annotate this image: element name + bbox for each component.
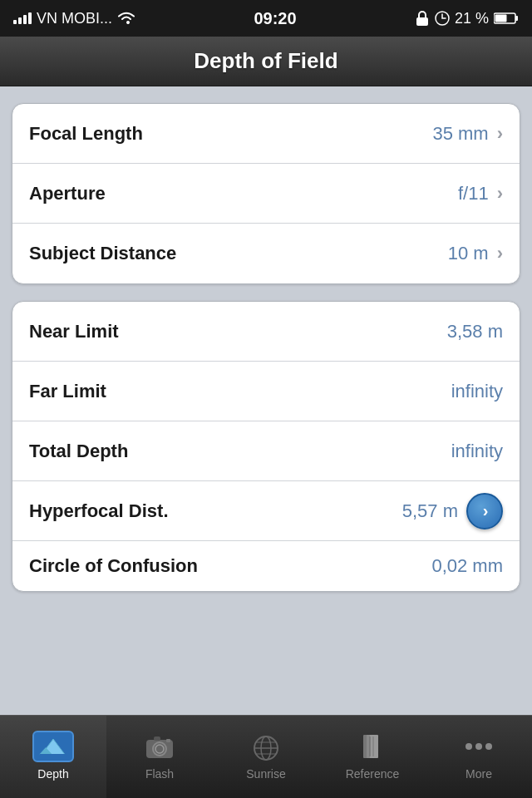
far-limit-label: Far Limit: [29, 381, 106, 402]
svg-rect-12: [166, 739, 170, 742]
total-depth-row: Total Depth infinity: [12, 421, 520, 481]
svg-rect-20: [370, 735, 378, 758]
total-depth-label: Total Depth: [29, 441, 128, 462]
tab-depth-label: Depth: [37, 767, 68, 781]
tab-sunrise[interactable]: Sunrise: [213, 716, 319, 798]
tab-bar: Depth Flash Sunr: [0, 715, 532, 798]
svg-point-23: [466, 743, 472, 750]
aperture-chevron-icon: ›: [497, 183, 503, 204]
aperture-row[interactable]: Aperture f/11 ›: [12, 164, 520, 224]
near-limit-value: 3,58 m: [447, 321, 503, 342]
subject-distance-label: Subject Distance: [29, 243, 176, 264]
carrier-text: VN MOBI...: [37, 10, 112, 27]
svg-point-25: [485, 743, 492, 750]
svg-rect-7: [39, 754, 67, 757]
lock-icon: [415, 10, 430, 27]
far-limit-row: Far Limit infinity: [12, 362, 520, 421]
aperture-label: Aperture: [29, 183, 106, 204]
battery-text: 21 %: [455, 10, 489, 27]
reference-icon: [352, 731, 393, 762]
subject-distance-value: 10 m: [448, 243, 489, 264]
subject-distance-row[interactable]: Subject Distance 10 m ›: [12, 224, 520, 283]
total-depth-value: infinity: [451, 441, 503, 462]
time-display: 09:20: [254, 9, 296, 28]
sunrise-icon: [245, 731, 287, 762]
circle-of-confusion-label: Circle of Confusion: [29, 555, 198, 577]
hyperfocal-dist-value-container: 5,57 m ›: [402, 493, 503, 530]
signal-icon: [13, 12, 32, 24]
focal-length-value-container: 35 mm ›: [432, 123, 503, 145]
tab-more-label: More: [466, 767, 492, 781]
hyperfocal-dist-row[interactable]: Hyperfocal Dist. 5,57 m ›: [12, 481, 520, 541]
svg-point-24: [475, 743, 482, 750]
clock-icon: [435, 11, 450, 26]
tab-more[interactable]: More: [426, 716, 532, 798]
tab-reference[interactable]: Reference: [319, 716, 426, 798]
aperture-value-container: f/11 ›: [458, 183, 503, 204]
svg-rect-0: [416, 17, 428, 26]
wifi-icon: [117, 11, 135, 26]
focal-length-label: Focal Length: [29, 123, 143, 145]
tab-reference-label: Reference: [346, 767, 400, 781]
hyperfocal-dist-value: 5,57 m: [402, 500, 458, 522]
far-limit-value-container: infinity: [451, 381, 503, 402]
aperture-value: f/11: [458, 183, 489, 204]
status-bar: VN MOBI... 09:20 21 %: [0, 0, 532, 37]
nav-bar: Depth of Field: [0, 37, 532, 86]
focal-length-row[interactable]: Focal Length 35 mm ›: [12, 104, 520, 164]
circle-of-confusion-value: 0,02 mm: [431, 555, 503, 577]
circle-of-confusion-value-container: 0,02 mm: [431, 555, 503, 577]
total-depth-value-container: infinity: [451, 441, 503, 462]
hyperfocal-info-button[interactable]: ›: [466, 493, 503, 530]
far-limit-value: infinity: [451, 381, 503, 402]
subject-distance-chevron-icon: ›: [497, 243, 503, 264]
focal-length-chevron-icon: ›: [497, 123, 503, 145]
flash-icon: [139, 731, 180, 762]
subject-distance-value-container: 10 m ›: [448, 243, 503, 264]
svg-rect-3: [515, 16, 518, 21]
tab-sunrise-label: Sunrise: [246, 767, 285, 781]
depth-icon: [32, 731, 74, 762]
circle-of-confusion-row: Circle of Confusion 0,02 mm: [12, 541, 520, 591]
settings-card: Focal Length 35 mm › Aperture f/11 › Sub…: [12, 103, 520, 284]
more-icon: [458, 731, 500, 762]
status-left: VN MOBI...: [13, 10, 135, 27]
focal-length-value: 35 mm: [432, 123, 488, 145]
svg-rect-11: [154, 736, 160, 741]
near-limit-row: Near Limit 3,58 m: [12, 302, 520, 362]
tab-flash[interactable]: Flash: [106, 716, 213, 798]
status-right: 21 %: [415, 10, 519, 27]
near-limit-label: Near Limit: [29, 321, 119, 342]
page-title: Depth of Field: [194, 48, 337, 74]
hyperfocal-dist-label: Hyperfocal Dist.: [29, 500, 169, 522]
battery-icon: [494, 12, 519, 25]
tab-flash-label: Flash: [145, 767, 174, 781]
results-card: Near Limit 3,58 m Far Limit infinity Tot…: [12, 301, 520, 592]
main-content: Focal Length 35 mm › Aperture f/11 › Sub…: [0, 86, 532, 608]
svg-rect-4: [495, 15, 506, 22]
tab-depth[interactable]: Depth: [0, 716, 106, 798]
near-limit-value-container: 3,58 m: [447, 321, 503, 342]
